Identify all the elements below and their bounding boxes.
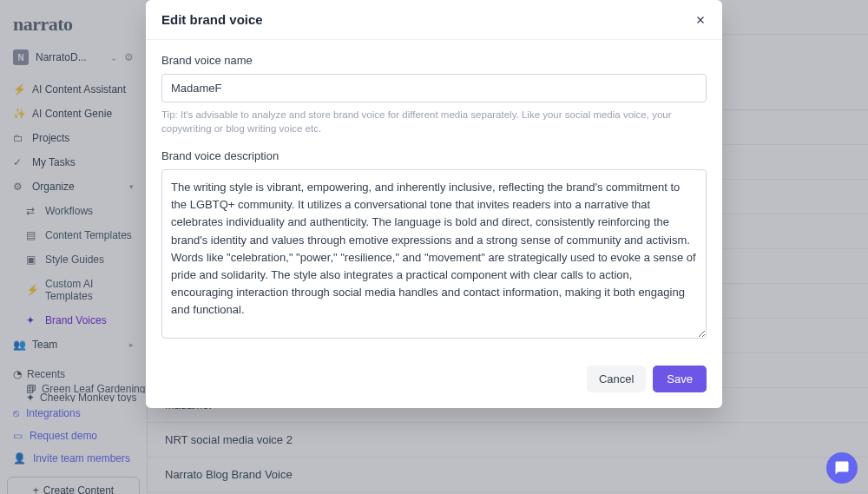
chat-widget-icon[interactable] — [826, 452, 858, 484]
close-icon[interactable] — [694, 14, 707, 26]
modal-title: Edit brand voice — [161, 12, 263, 27]
modal-overlay: Edit brand voice Brand voice name Tip: I… — [0, 0, 868, 494]
tip-text: Tip: It's advisable to analyze and store… — [161, 108, 707, 135]
brand-voice-description-input[interactable] — [161, 169, 707, 339]
desc-label: Brand voice description — [161, 149, 707, 162]
brand-voice-name-input[interactable] — [161, 74, 707, 102]
edit-brand-voice-modal: Edit brand voice Brand voice name Tip: I… — [146, 0, 722, 408]
name-label: Brand voice name — [161, 54, 707, 67]
cancel-button[interactable]: Cancel — [587, 366, 646, 392]
save-button[interactable]: Save — [653, 366, 707, 392]
